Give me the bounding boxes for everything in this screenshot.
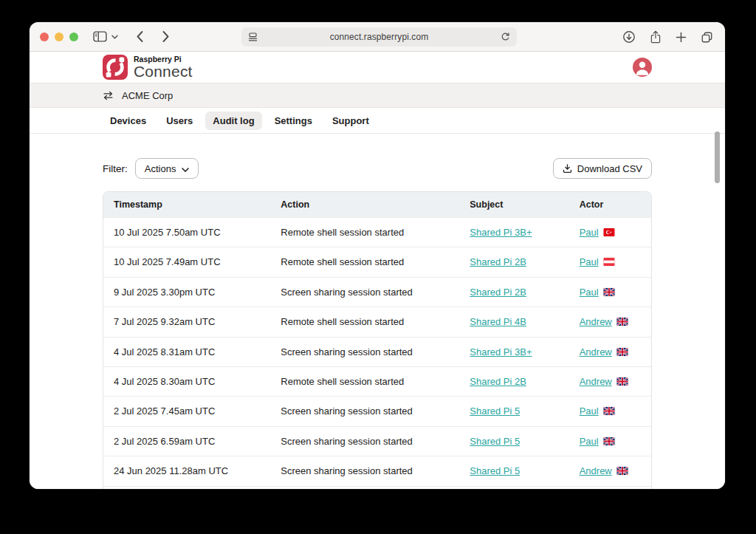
actor-cell: Paul — [569, 397, 651, 425]
tab-devices[interactable]: Devices — [103, 112, 154, 130]
timestamp-cell: 7 Jul 2025 9.32am UTC — [103, 307, 270, 336]
actor-link[interactable]: Paul — [580, 405, 599, 417]
actor-link[interactable]: Andrew — [580, 316, 612, 327]
raspberry-pi-connect-logo-icon[interactable] — [103, 55, 128, 80]
subject-cell: Shared Pi 5 — [459, 456, 568, 485]
actor-cell: Andrew — [569, 456, 651, 485]
timestamp-cell: 9 Jul 2025 3.30pm UTC — [103, 278, 270, 307]
flag-gb-icon — [616, 467, 628, 475]
table-row: 24 Jun 2025 11.26am UTCScreen sharing se… — [103, 486, 651, 489]
action-cell: Screen sharing session started — [270, 427, 459, 456]
reload-icon[interactable] — [501, 32, 510, 42]
timestamp-cell: 24 Jun 2025 11.28am UTC — [103, 456, 270, 485]
address-bar[interactable]: connect.raspberrypi.com — [241, 27, 517, 47]
subject-link[interactable]: Shared Pi 2B — [470, 287, 526, 298]
timestamp-cell: 4 Jul 2025 8.31am UTC — [103, 338, 270, 366]
download-icon — [563, 163, 572, 174]
timestamp-cell: 24 Jun 2025 11.26am UTC — [103, 487, 270, 489]
subject-cell: Shared Pi 5 — [459, 397, 568, 425]
download-csv-label: Download CSV — [577, 164, 642, 174]
nav-tabs: Devices Users Audit log Settings Support — [103, 112, 652, 130]
table-row: 4 Jul 2025 8.31am UTCScreen sharing sess… — [103, 337, 651, 366]
action-cell: Screen sharing session started — [270, 456, 459, 485]
back-icon[interactable] — [136, 30, 144, 43]
subject-link[interactable]: Shared Pi 2B — [470, 256, 526, 267]
sidebar-chevron-down-icon[interactable] — [111, 35, 118, 39]
subject-cell: Shared Pi 3B+ — [459, 338, 568, 366]
timestamp-cell: 4 Jul 2025 8.30am UTC — [103, 367, 270, 396]
table-body: 10 Jul 2025 7.50am UTCRemote shell sessi… — [103, 217, 651, 489]
site-nav: Devices Users Audit log Settings Support — [30, 108, 725, 134]
tab-audit-log[interactable]: Audit log — [205, 112, 261, 130]
table-row: 9 Jul 2025 3.30pm UTCScreen sharing sess… — [103, 277, 651, 307]
download-csv-button[interactable]: Download CSV — [553, 158, 652, 179]
sidebar-icon[interactable] — [93, 31, 107, 42]
tab-settings[interactable]: Settings — [267, 112, 320, 130]
table-row: 2 Jul 2025 7.45am UTCScreen sharing sess… — [103, 396, 651, 425]
table-row: 10 Jul 2025 7.50am UTCRemote shell sessi… — [103, 217, 651, 247]
zoom-window-button[interactable] — [69, 32, 78, 41]
action-cell: Screen sharing session started — [270, 397, 459, 425]
action-cell: Remote shell session started — [270, 247, 459, 276]
subject-cell: Shared Pi 5 — [459, 427, 568, 456]
subject-link[interactable]: Shared Pi 4B — [470, 316, 526, 327]
actor-link[interactable]: Paul — [580, 256, 599, 267]
page-settings-icon[interactable] — [248, 32, 258, 41]
filter-bar: Filter: Actions — [103, 158, 652, 179]
flag-gb-icon — [603, 288, 615, 296]
toolbar-actions — [622, 22, 713, 52]
subject-cell: Shared Pi 3B+ — [459, 218, 568, 247]
actor-cell: Andrew — [569, 367, 651, 396]
actor-link[interactable]: Paul — [580, 227, 599, 238]
subject-link[interactable]: Shared Pi 3B+ — [470, 346, 532, 357]
share-icon[interactable] — [650, 30, 662, 44]
close-window-button[interactable] — [40, 32, 49, 41]
actor-link[interactable]: Andrew — [580, 376, 612, 387]
actor-cell: Paul — [569, 247, 651, 276]
action-cell: Screen sharing session started — [270, 338, 459, 366]
page-content: Raspberry Pi Connect — [30, 52, 725, 489]
actor-link[interactable]: Paul — [580, 436, 599, 447]
actor-cell: Paul — [569, 278, 651, 307]
downloads-icon[interactable] — [622, 30, 636, 44]
actor-link[interactable]: Andrew — [580, 346, 612, 357]
toolbar-nav-controls — [93, 30, 170, 43]
filter-label: Filter: — [103, 163, 128, 174]
tab-support[interactable]: Support — [325, 112, 377, 130]
timestamp-cell: 10 Jul 2025 7.50am UTC — [103, 218, 270, 247]
subject-link[interactable]: Shared Pi 2B — [470, 376, 526, 387]
subject-link[interactable]: Shared Pi 3B+ — [470, 227, 532, 238]
action-cell: Remote shell session started — [270, 307, 459, 336]
subject-cell: Shared Pi 2B — [459, 278, 568, 307]
actor-link[interactable]: Paul — [580, 287, 599, 298]
table-row: 2 Jul 2025 6.59am UTCScreen sharing sess… — [103, 426, 651, 456]
flag-gb-icon — [616, 377, 628, 386]
avatar[interactable] — [633, 58, 652, 77]
tab-users[interactable]: Users — [159, 112, 200, 130]
timestamp-cell: 10 Jul 2025 7.49am UTC — [103, 247, 270, 276]
table-row: 7 Jul 2025 9.32am UTCRemote shell sessio… — [103, 307, 651, 336]
traffic-lights — [40, 32, 78, 41]
actor-link[interactable]: Andrew — [580, 465, 612, 476]
table-row: 4 Jul 2025 8.30am UTCRemote shell sessio… — [103, 366, 651, 396]
column-header-timestamp: Timestamp — [103, 192, 270, 217]
chevron-down-icon — [182, 164, 189, 174]
browser-toolbar: connect.raspberrypi.com — [30, 22, 725, 52]
minimize-window-button[interactable] — [55, 32, 63, 41]
scrollbar-thumb[interactable] — [715, 131, 720, 183]
org-switcher[interactable]: ACME Corp — [30, 83, 725, 108]
subject-link[interactable]: Shared Pi 5 — [470, 405, 520, 417]
flag-gb-icon — [603, 407, 615, 415]
subject-link[interactable]: Shared Pi 5 — [470, 436, 520, 447]
actions-filter-value: Actions — [145, 164, 176, 174]
forward-icon[interactable] — [162, 30, 170, 43]
site-header: Raspberry Pi Connect — [30, 52, 725, 83]
url-text[interactable]: connect.raspberrypi.com — [258, 32, 501, 42]
table-row: 10 Jul 2025 7.49am UTCRemote shell sessi… — [103, 247, 651, 276]
tab-overview-icon[interactable] — [701, 31, 713, 44]
table-header: Timestamp Action Subject Actor — [103, 192, 651, 217]
timestamp-cell: 2 Jul 2025 6.59am UTC — [103, 427, 270, 456]
subject-link[interactable]: Shared Pi 5 — [470, 465, 520, 476]
actions-filter-dropdown[interactable]: Actions — [135, 158, 199, 179]
new-tab-icon[interactable] — [676, 32, 687, 43]
